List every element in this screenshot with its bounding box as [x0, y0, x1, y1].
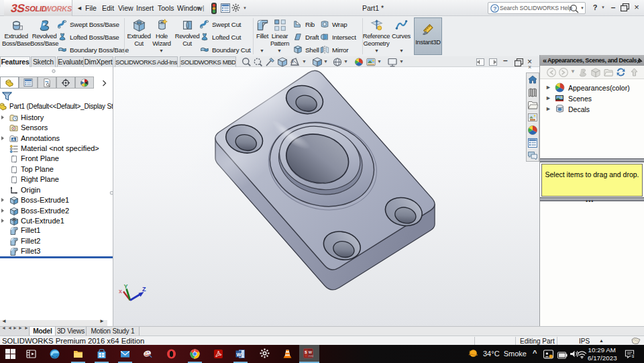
svg-text:A: A	[290, 59, 294, 64]
svg-text:W: W	[309, 350, 313, 354]
svg-text:WORKS: WORKS	[44, 5, 72, 13]
svg-text:SOLID: SOLID	[25, 5, 47, 13]
svg-text:S: S	[305, 350, 307, 354]
svg-text:A: A	[12, 138, 15, 142]
svg-text:Z: Z	[142, 286, 146, 293]
svg-text:Y: Y	[124, 283, 128, 290]
svg-text:W: W	[237, 352, 242, 358]
svg-text:?: ?	[493, 5, 497, 12]
svg-text:3S: 3S	[9, 1, 26, 15]
svg-text:1: 1	[632, 354, 635, 358]
svg-text:x: x	[119, 288, 122, 295]
svg-text:2016: 2016	[308, 355, 313, 358]
